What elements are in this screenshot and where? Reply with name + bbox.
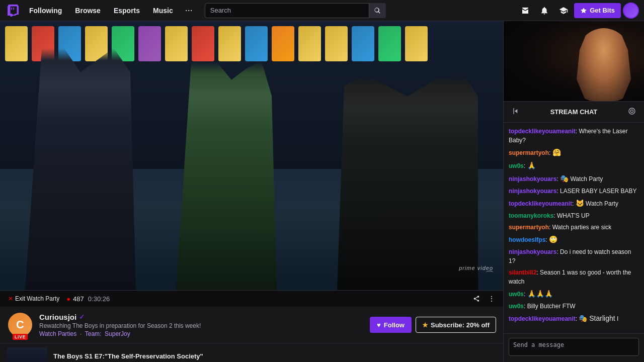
chat-header: STREAM CHAT xyxy=(504,102,644,123)
chat-title: STREAM CHAT xyxy=(526,108,622,116)
search-input[interactable] xyxy=(205,3,386,18)
get-bits-label: Get Bits xyxy=(590,7,615,14)
below-video-section: The Boys S1 E7:"The Self-Preservation So… xyxy=(0,343,503,362)
chat-text: Watch Party xyxy=(584,200,618,207)
chat-username[interactable]: howdoesIfps xyxy=(509,236,545,243)
video-area: prime video ⌒ ✕ Exit Watch Party ● 487 0… xyxy=(0,21,503,362)
chat-emote: 🙏 xyxy=(527,161,536,169)
chat-username[interactable]: uw0s xyxy=(509,291,524,298)
chat-message: topdecklikeyouameanit: Where's the Laser… xyxy=(509,127,639,145)
follow-button[interactable]: ♥ Follow xyxy=(370,317,412,333)
chat-message: supermartyoh: 🤗 xyxy=(509,147,639,158)
character-right xyxy=(337,75,478,290)
streamer-avatar-wrap: C LIVE xyxy=(7,312,33,338)
more-options-button[interactable]: ⋮ xyxy=(485,293,498,305)
video-frame: prime video ⌒ xyxy=(0,21,503,290)
nav-esports[interactable]: Esports xyxy=(109,0,145,21)
subscribe-star-icon: ★ xyxy=(422,321,428,329)
streamer-name: Curiousjoi ✓ xyxy=(39,313,364,321)
follow-heart-icon: ♥ xyxy=(377,321,381,329)
svg-marker-0 xyxy=(581,8,587,13)
get-bits-button[interactable]: Get Bits xyxy=(574,3,621,18)
chat-emote: 🙏🙏🙏 xyxy=(527,290,553,298)
webcam-background xyxy=(504,21,644,101)
exit-watch-party-button[interactable]: ✕ Exit Watch Party xyxy=(5,293,62,304)
chat-text: WHAT'S UP xyxy=(557,212,590,219)
stream-timestamp: 0:30:26 xyxy=(88,295,110,303)
chat-message: toomanykoroks: WHAT'S UP xyxy=(509,211,639,220)
streamer-name-text: Curiousjoi xyxy=(39,313,76,321)
chat-text: Billy Butcher FTW xyxy=(527,303,576,310)
chat-emote: 🙄 xyxy=(549,235,557,243)
chat-message: ninjashokyouars: LASER BABY LASER BABY xyxy=(509,187,639,196)
chat-username[interactable]: uw0s xyxy=(509,303,524,310)
user-avatar-button[interactable] xyxy=(623,3,639,19)
stream-tags: Watch Parties · Team: SuperJoy xyxy=(39,330,364,337)
verified-badge: ✓ xyxy=(79,313,85,321)
exit-party-label: Exit Watch Party xyxy=(15,295,59,302)
chat-message: topdecklikeyoumeanit: 🐱 Watch Party xyxy=(509,198,639,209)
chat-username[interactable]: topdecklikeyouameanit xyxy=(509,128,576,135)
character-left xyxy=(25,48,136,291)
top-navigation: Following Browse Esports Music ··· xyxy=(0,0,644,21)
chat-emote: 🎭 Starlight xyxy=(579,314,615,322)
viewer-count-value: 487 xyxy=(73,295,84,303)
notifications-button[interactable] xyxy=(536,2,553,19)
chat-message: howdoesIfps: 🙄 xyxy=(509,234,639,245)
subscribe-label: Subscribe: 20% off xyxy=(431,321,490,329)
stream-info-bar: C LIVE Curiousjoi ✓ Rewatching The Boys … xyxy=(0,307,503,343)
chat-message: ninjashokyouars: Do i need to watch seas… xyxy=(509,247,639,265)
live-badge: LIVE xyxy=(13,334,28,340)
search-bar xyxy=(205,3,386,18)
prime-video-watermark: prime video ⌒ xyxy=(459,267,493,281)
chat-text: LASER BABY LASER BABY xyxy=(560,188,637,195)
chat-message: uw0s: 🙏🙏🙏 xyxy=(509,289,639,299)
chat-messages-area[interactable]: topdecklikeyouameanit: Where's the Laser… xyxy=(504,123,644,333)
share-button[interactable] xyxy=(470,293,483,304)
chat-message: topdecklikeyouameanit: 🎭 Starlight I xyxy=(509,313,639,324)
chat-emote: 🎭 xyxy=(560,174,569,183)
subscribe-button[interactable]: ★ Subscribe: 20% off xyxy=(416,317,496,333)
stream-title: Rewatching The Boys in preparation for S… xyxy=(39,322,364,329)
store-icon-button[interactable] xyxy=(517,2,534,19)
chat-collapse-button[interactable] xyxy=(510,105,522,119)
player-controls-right: ⋮ xyxy=(470,293,498,305)
chat-username[interactable]: toomanykoroks xyxy=(509,212,553,219)
next-video-thumbnail[interactable] xyxy=(7,347,47,362)
team-name[interactable]: SuperJoy xyxy=(105,330,130,337)
chat-username[interactable]: ninjashokyouars xyxy=(509,188,556,195)
nav-more-button[interactable]: ··· xyxy=(181,0,197,21)
webcam-person xyxy=(574,28,634,101)
video-player[interactable]: prime video ⌒ xyxy=(0,21,503,290)
chat-username[interactable]: supermartyoh xyxy=(509,224,549,231)
chat-username[interactable]: supermartyoh xyxy=(509,149,549,156)
chat-input-area xyxy=(504,333,644,362)
nav-music[interactable]: Music xyxy=(148,0,178,21)
stream-details: Curiousjoi ✓ Rewatching The Boys in prep… xyxy=(39,313,364,337)
twitch-logo[interactable] xyxy=(5,3,21,19)
chat-username[interactable]: topdecklikeyoumeanit xyxy=(509,200,572,207)
chat-sidebar: STREAM CHAT topdecklikeyouameanit: Where… xyxy=(503,21,644,362)
chat-text: I xyxy=(615,315,619,322)
character-center xyxy=(176,61,277,290)
chat-username[interactable]: uw0s xyxy=(509,162,524,169)
nav-following[interactable]: Following xyxy=(24,0,67,21)
next-video-info: The Boys S1 E7:"The Self-Preservation So… xyxy=(53,352,203,362)
category-label[interactable]: Watch Parties xyxy=(39,330,76,337)
search-button[interactable] xyxy=(369,3,386,18)
follow-label: Follow xyxy=(384,321,405,329)
stream-actions: ♥ Follow ★ Subscribe: 20% off xyxy=(370,317,496,333)
prime-icon-button[interactable] xyxy=(555,2,572,19)
next-video-title: The Boys S1 E7:"The Self-Preservation So… xyxy=(53,352,203,360)
chat-settings-button[interactable] xyxy=(626,105,638,119)
nav-browse[interactable]: Browse xyxy=(70,0,106,21)
viewer-icon: ● xyxy=(66,295,70,303)
chat-text: Watch parties are sick xyxy=(552,224,612,231)
chat-username[interactable]: silantbill2 xyxy=(509,269,536,276)
chat-username[interactable]: ninjashokyouars xyxy=(509,248,556,255)
chat-username[interactable]: ninjashokyouars xyxy=(509,175,556,183)
viewer-count: ● 487 xyxy=(66,295,84,303)
chat-username[interactable]: topdecklikeyouameanit xyxy=(509,315,576,322)
main-content: prime video ⌒ ✕ Exit Watch Party ● 487 0… xyxy=(0,21,644,362)
chat-input[interactable] xyxy=(509,338,639,356)
